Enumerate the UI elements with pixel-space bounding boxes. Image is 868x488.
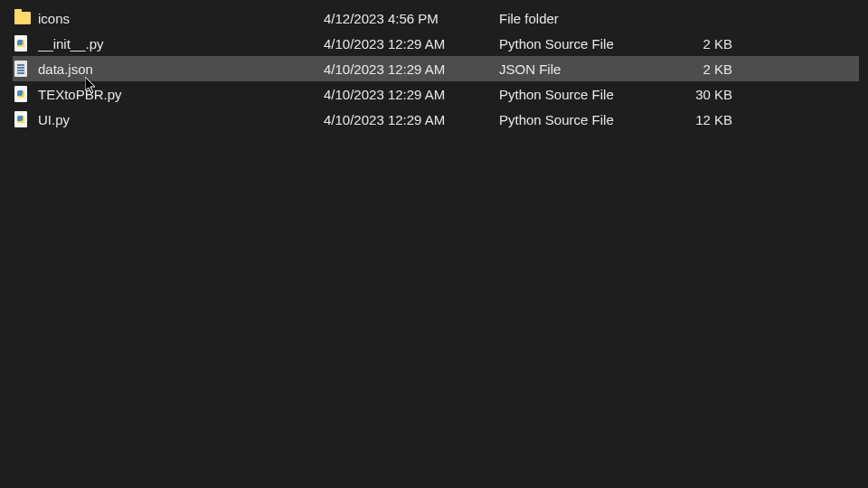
file-list: icons 4/12/2023 4:56 PM File folder __in… xyxy=(0,0,868,132)
python-file-icon xyxy=(13,35,38,52)
file-size: 30 KB xyxy=(662,87,732,102)
file-row[interactable]: __init__.py 4/10/2023 12:29 AM Python So… xyxy=(13,31,859,56)
file-date: 4/10/2023 12:29 AM xyxy=(324,112,499,127)
json-file-icon xyxy=(13,61,38,77)
file-type: Python Source File xyxy=(499,87,662,102)
file-type: JSON File xyxy=(499,61,662,77)
file-size: 12 KB xyxy=(662,112,732,127)
python-file-icon xyxy=(13,86,38,102)
file-date: 4/12/2023 4:56 PM xyxy=(324,11,499,26)
file-date: 4/10/2023 12:29 AM xyxy=(324,87,499,102)
file-date: 4/10/2023 12:29 AM xyxy=(324,61,499,77)
file-row[interactable]: data.json 4/10/2023 12:29 AM JSON File 2… xyxy=(13,56,859,81)
file-name: __init__.py xyxy=(38,36,324,52)
file-row[interactable]: icons 4/12/2023 4:56 PM File folder xyxy=(13,5,859,31)
file-name: UI.py xyxy=(38,112,324,127)
file-type: Python Source File xyxy=(499,36,662,52)
file-row[interactable]: TEXtoPBR.py 4/10/2023 12:29 AM Python So… xyxy=(13,81,859,107)
file-row[interactable]: UI.py 4/10/2023 12:29 AM Python Source F… xyxy=(13,107,859,132)
file-name: data.json xyxy=(38,61,324,77)
folder-icon xyxy=(13,12,38,24)
python-file-icon xyxy=(13,111,38,127)
file-size: 2 KB xyxy=(662,61,732,77)
file-size: 2 KB xyxy=(662,36,732,52)
file-type: Python Source File xyxy=(499,112,662,127)
file-type: File folder xyxy=(499,11,662,26)
file-name: TEXtoPBR.py xyxy=(38,87,324,102)
file-date: 4/10/2023 12:29 AM xyxy=(324,36,499,52)
file-name: icons xyxy=(38,11,324,26)
